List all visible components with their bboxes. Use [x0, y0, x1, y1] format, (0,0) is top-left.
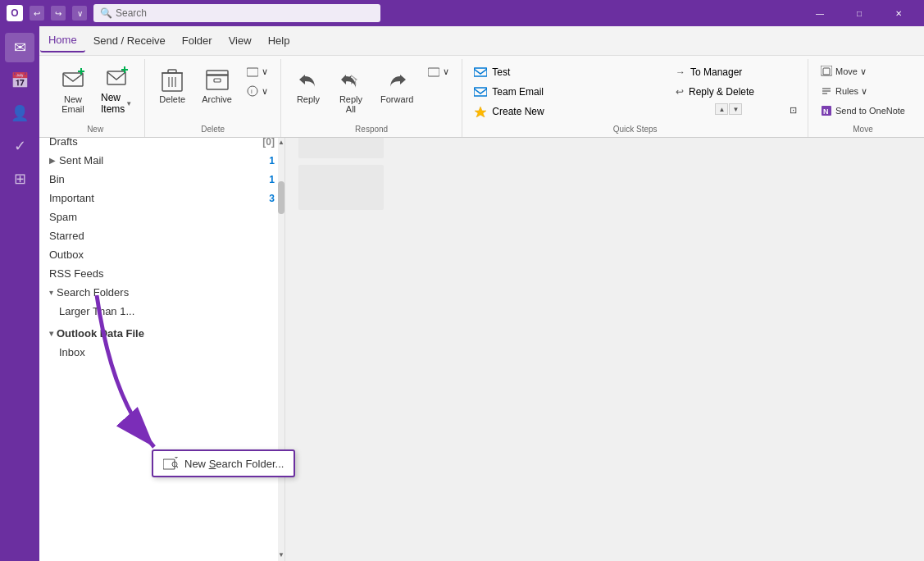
svg-rect-18 [428, 68, 439, 76]
svg-marker-21 [475, 107, 486, 117]
tomanager-label: To Manager [690, 66, 742, 78]
delete-extra-2[interactable]: i ∨ [241, 82, 274, 100]
svg-text:i: i [251, 88, 253, 95]
reply-button[interactable]: Reply [288, 62, 329, 108]
folder-starred[interactable]: Starred [39, 226, 284, 245]
menu-help[interactable]: Help [260, 30, 298, 52]
nav-calendar[interactable]: 📅 [5, 66, 34, 95]
folder-inbox-name: Inbox [59, 346, 85, 358]
ribbon-quicksteps-label: Quick Steps [469, 125, 801, 137]
delete-extras: ∨ i ∨ [241, 62, 274, 100]
svg-rect-3 [107, 71, 125, 84]
new-items-button[interactable]: NewItems ▼ [95, 62, 138, 119]
quicksteps-expand-btn[interactable]: ⊡ [785, 103, 801, 118]
replydelete-label: Reply & Delete [689, 86, 754, 98]
section-arrow: ▾ [49, 329, 53, 338]
svg-rect-23 [823, 68, 830, 75]
folder-rss[interactable]: RSS Feeds [39, 264, 284, 283]
app-logo: O [7, 5, 23, 21]
folder-rss-left: RSS Feeds [49, 267, 103, 280]
folder-sent-name: Sent Mail [59, 154, 103, 166]
new-search-folder-popup[interactable]: New Search Folder... [152, 449, 295, 477]
archive-icon [204, 66, 230, 93]
quickstep-test[interactable]: Test [469, 62, 671, 82]
quickstep-tomanager[interactable]: → To Manager [671, 62, 785, 82]
nav-mail[interactable]: ✉ [5, 33, 34, 62]
menu-view[interactable]: View [221, 30, 260, 52]
email-item-2[interactable] [298, 165, 384, 210]
reply-all-icon [338, 66, 364, 93]
svg-rect-22 [821, 66, 832, 75]
menu-home[interactable]: Home [40, 29, 85, 52]
new-email-button[interactable]: NewEmail [52, 62, 93, 118]
folder-important-left: Important [49, 192, 94, 204]
forward-icon [384, 66, 410, 93]
ribbon: NewEmail NewItems ▼ New Delete [39, 56, 924, 138]
folder-spam-left: Spam [49, 211, 77, 223]
title-bar: O ↩ ↪ ∨ 🔍 Search — □ ✕ [0, 0, 924, 26]
new-items-arrow: ▼ [125, 100, 132, 107]
folder-search-arrow: ▾ [49, 288, 53, 297]
delete-extra-label2: ∨ [262, 86, 268, 97]
folder-important-badge: 3 [269, 193, 275, 204]
folder-search-folders[interactable]: ▾ Search Folders [39, 283, 284, 302]
quicksteps-expand: ⊡ [785, 62, 801, 121]
move-button[interactable]: Move ∨ [815, 62, 911, 80]
quickstep-team-email[interactable]: Team Email [469, 82, 671, 102]
folder-bin-name: Bin [49, 173, 65, 185]
more-respond-btn[interactable]: ∨ [422, 62, 455, 80]
archive-button[interactable]: Archive [194, 62, 239, 108]
folder-rss-name: RSS Feeds [49, 267, 103, 280]
rules-button[interactable]: Rules ∨ [815, 82, 911, 100]
nav-tasks[interactable]: ✓ [5, 131, 34, 161]
folder-inbox[interactable]: Inbox [39, 343, 284, 362]
quickstep-replydelete[interactable]: ↩ Reply & Delete [671, 82, 785, 102]
ribbon-group-move-content: Move ∨ Rules ∨ N Send to OneNote [815, 62, 911, 121]
folder-important[interactable]: Important 3 [39, 189, 284, 208]
quickstep-create-new[interactable]: Create New [469, 102, 671, 121]
quicksteps-scroll: ▲ ▼ [672, 103, 785, 115]
search-bar[interactable]: 🔍 Search [93, 4, 380, 22]
new-search-icon [163, 456, 178, 471]
email-area [285, 107, 924, 561]
quickstep-team-icon [474, 85, 487, 98]
send-onenote-button[interactable]: N Send to OneNote [815, 102, 911, 120]
folder-spam[interactable]: Spam [39, 208, 284, 226]
scroll-down[interactable]: ▼ [278, 548, 284, 561]
forward-button[interactable]: Forward [373, 62, 421, 108]
new-items-label: NewItems [101, 92, 125, 115]
undo-button[interactable]: ↩ [30, 6, 44, 21]
nav-apps[interactable]: ⊞ [5, 164, 34, 194]
nav-contacts[interactable]: 👤 [5, 98, 34, 128]
delete-extra-1[interactable]: ∨ [241, 62, 274, 80]
redo-button[interactable]: ↪ [51, 6, 66, 21]
qs-scroll-up[interactable]: ▲ [715, 103, 728, 115]
folder-important-name: Important [49, 192, 94, 204]
scroll-thumb[interactable] [278, 181, 284, 214]
reply-all-button[interactable]: ReplyAll [330, 62, 371, 118]
delete-icon [159, 66, 185, 93]
menu-folder[interactable]: Folder [174, 30, 221, 52]
folder-sent[interactable]: ▶ Sent Mail 1 [39, 151, 284, 170]
folder-spam-name: Spam [49, 211, 77, 223]
folder-scrollbar: ▲ ▼ [278, 135, 284, 561]
folder-bin[interactable]: Bin 1 [39, 170, 284, 189]
folder-search-left: ▾ Search Folders [49, 286, 129, 299]
delete-button[interactable]: Delete [152, 62, 193, 108]
svg-rect-0 [63, 73, 83, 86]
ribbon-move-label: Move [815, 125, 911, 137]
minimize-button[interactable]: — [801, 0, 839, 26]
ribbon-group-move: Move ∨ Rules ∨ N Send to OneNote Move [808, 59, 917, 137]
folder-larger-than[interactable]: Larger Than 1... [39, 302, 284, 321]
qs-scroll-down[interactable]: ▼ [729, 103, 742, 115]
svg-rect-30 [163, 459, 175, 469]
close-button[interactable]: ✕ [880, 0, 917, 26]
new-email-icon [60, 66, 86, 93]
folder-outbox-left: Outbox [49, 249, 84, 261]
main-content: 📌 Drag Your Favorite Folders Here Drafts… [39, 107, 924, 561]
more-button[interactable]: ∨ [72, 6, 87, 21]
folder-outbox[interactable]: Outbox [39, 245, 284, 264]
menu-send-receive[interactable]: Send / Receive [85, 30, 174, 52]
maximize-button[interactable]: □ [840, 0, 878, 26]
svg-point-16 [248, 86, 257, 96]
